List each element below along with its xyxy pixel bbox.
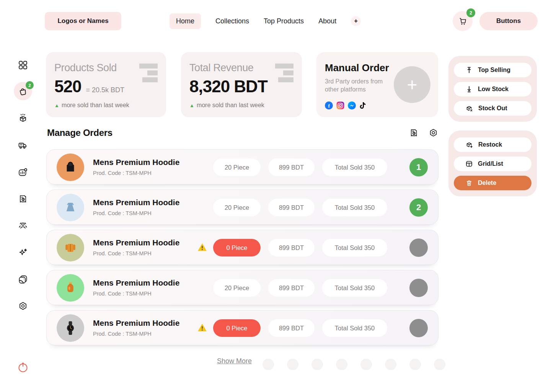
cart-icon	[458, 16, 468, 26]
add-manual-order-button[interactable]: +	[394, 66, 430, 103]
stock-out-label: Stock Out	[478, 105, 507, 112]
products-sold-card: Products Sold 520 = 20.5k BDT ▲ more sol…	[46, 52, 166, 117]
order-row[interactable]: Mens Premium Hoodie Prod. Code : TSM-MPH…	[46, 270, 439, 305]
decorative-dots	[262, 359, 445, 370]
restock-button[interactable]: Restock	[454, 137, 531, 152]
product-name: Mens Premium Hoodie	[93, 198, 179, 207]
sidebar-item-products[interactable]	[18, 113, 28, 124]
stock-out-button[interactable]: Stock Out	[454, 101, 531, 116]
product-code: Prod. Code : TSM-MPH	[93, 210, 152, 216]
box-x-icon	[465, 105, 473, 113]
grid-list-label: Grid/List	[478, 160, 503, 167]
product-code: Prod. Code : TSM-MPH	[93, 170, 152, 176]
warning-icon	[197, 323, 207, 332]
sidebar-item-invoices[interactable]: $	[18, 194, 28, 204]
rank-badge[interactable]: 2	[409, 198, 428, 217]
product-image-perfume	[57, 274, 84, 302]
product-image-watch	[57, 314, 84, 342]
quantity-badge-alert: 0 Piece	[213, 319, 261, 337]
low-stock-label: Low Stock	[478, 86, 509, 93]
product-code: Prod. Code : TSM-MPH	[93, 291, 152, 297]
manual-order-subtitle: 3rd Party orders from other platforms	[325, 77, 386, 93]
top-selling-label: Top Selling	[478, 67, 510, 74]
product-code: Prod. Code : TSM-MPH	[93, 250, 152, 256]
orders-settings-icon[interactable]	[428, 128, 439, 138]
cart-button[interactable]: 2	[453, 11, 473, 31]
truck-icon	[18, 140, 28, 151]
product-image-hoodie	[57, 154, 84, 181]
sidebar-item-customers[interactable]	[18, 220, 28, 231]
logo-button[interactable]: Logos or Names	[45, 12, 121, 30]
product-name: Mens Premium Hoodie	[93, 278, 179, 287]
orders-receipt-icon[interactable]: $	[409, 128, 419, 138]
sidebar-item-delivery[interactable]	[18, 140, 28, 151]
total-sold-badge: Total Sold 350	[322, 279, 387, 297]
arrow-down-to-bar-icon	[465, 85, 473, 93]
status-circle[interactable]	[409, 238, 428, 257]
top-selling-button[interactable]: Top Selling	[454, 63, 531, 77]
actions-panel: Restock Grid/List Delete	[448, 131, 537, 196]
sparkles-icon	[18, 247, 28, 258]
restock-label: Restock	[478, 141, 502, 148]
order-row[interactable]: Mens Premium Hoodie Prod. Code : TSM-MPH…	[46, 310, 439, 345]
receipt-dollar-icon: $	[18, 194, 28, 204]
price-badge: 899 BDT	[268, 158, 315, 176]
sidebar-item-orders[interactable]: 2	[14, 82, 32, 100]
delete-button[interactable]: Delete	[454, 176, 531, 190]
orders-count-badge: 2	[26, 81, 34, 89]
sidebar-item-analytics[interactable]	[18, 167, 28, 178]
trend-text: more sold than last week	[62, 102, 129, 109]
rank-badge[interactable]: 1	[409, 158, 428, 176]
quantity-badge-alert: 0 Piece	[213, 239, 261, 256]
grid-list-icon	[465, 160, 473, 168]
status-circle[interactable]	[409, 279, 428, 297]
product-code: Prod. Code : TSM-MPH	[93, 331, 152, 337]
grid-list-toggle-button[interactable]: Grid/List	[454, 157, 531, 171]
nav-link-top-products[interactable]: Top Products	[264, 17, 304, 25]
quantity-badge: 20 Piece	[213, 279, 261, 297]
platform-icons: f	[325, 101, 367, 109]
status-circle[interactable]	[409, 319, 428, 337]
nav-link-about[interactable]: About	[318, 17, 336, 25]
quantity-badge: 20 Piece	[213, 199, 261, 216]
nav-link-home[interactable]: Home	[170, 13, 201, 29]
total-sold-badge: Total Sold 350	[322, 319, 387, 337]
delete-label: Delete	[478, 180, 496, 186]
price-badge: 899 BDT	[268, 319, 315, 337]
facebook-icon: f	[325, 101, 333, 109]
order-row[interactable]: Mens Premium Hoodie Prod. Code : TSM-MPH…	[46, 149, 439, 185]
svg-text:$: $	[414, 132, 415, 134]
low-stock-button[interactable]: Low Stock	[454, 82, 531, 96]
sidebar-item-media[interactable]	[18, 274, 28, 285]
total-sold-badge: Total Sold 350	[322, 158, 387, 176]
settings-nut-icon	[18, 301, 28, 312]
show-more-link[interactable]: Show More	[217, 357, 252, 365]
instagram-icon	[336, 101, 344, 109]
nav-add-button[interactable]: +	[351, 16, 361, 26]
sidebar-item-settings[interactable]	[18, 301, 28, 312]
bars-decoration-icon	[275, 64, 293, 84]
price-badge: 899 BDT	[268, 239, 315, 256]
package-box-icon	[18, 113, 28, 124]
messenger-icon	[348, 101, 356, 109]
trend-up-icon: ▲	[54, 103, 59, 108]
product-name: Mens Premium Hoodie	[93, 158, 179, 167]
nav-link-collections[interactable]: Collections	[215, 17, 249, 25]
main-nav: Home Collections Top Products About +	[170, 12, 361, 30]
sidebar-item-logout[interactable]	[17, 361, 29, 374]
order-row[interactable]: Mens Premium Hoodie Prod. Code : TSM-MPH…	[46, 189, 439, 225]
manual-order-card: Manual Order 3rd Party orders from other…	[316, 52, 438, 117]
price-badge: 899 BDT	[268, 199, 315, 216]
sidebar-item-ai-tools[interactable]	[18, 247, 28, 258]
warning-icon	[197, 243, 207, 252]
buttons-cta[interactable]: Buttons	[479, 12, 538, 30]
trend-text: more sold than last week	[197, 102, 264, 109]
dashboard-grid-icon	[18, 60, 28, 70]
sidebar-item-dashboard[interactable]	[18, 60, 28, 70]
product-name: Mens Premium Hoodie	[93, 318, 179, 328]
manage-orders-title: Manage Orders	[47, 127, 112, 138]
total-sold-badge: Total Sold 350	[322, 239, 387, 256]
trash-icon	[465, 179, 473, 187]
arrow-up-to-bar-icon	[465, 66, 473, 74]
order-row[interactable]: Mens Premium Hoodie Prod. Code : TSM-MPH…	[46, 230, 439, 265]
